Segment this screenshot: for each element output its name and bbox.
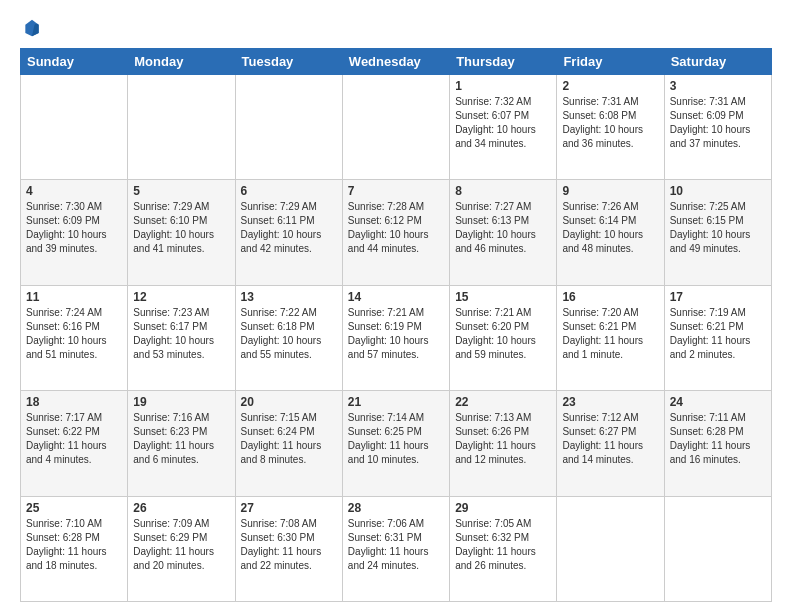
calendar-cell: 26Sunrise: 7:09 AM Sunset: 6:29 PM Dayli… [128, 496, 235, 601]
page: SundayMondayTuesdayWednesdayThursdayFrid… [0, 0, 792, 612]
calendar-cell: 18Sunrise: 7:17 AM Sunset: 6:22 PM Dayli… [21, 391, 128, 496]
calendar-cell: 27Sunrise: 7:08 AM Sunset: 6:30 PM Dayli… [235, 496, 342, 601]
day-number: 10 [670, 184, 766, 198]
calendar-cell: 13Sunrise: 7:22 AM Sunset: 6:18 PM Dayli… [235, 285, 342, 390]
day-info: Sunrise: 7:10 AM Sunset: 6:28 PM Dayligh… [26, 517, 122, 573]
day-info: Sunrise: 7:17 AM Sunset: 6:22 PM Dayligh… [26, 411, 122, 467]
calendar-cell: 23Sunrise: 7:12 AM Sunset: 6:27 PM Dayli… [557, 391, 664, 496]
day-number: 2 [562, 79, 658, 93]
day-info: Sunrise: 7:06 AM Sunset: 6:31 PM Dayligh… [348, 517, 444, 573]
day-number: 29 [455, 501, 551, 515]
calendar-week-0: 1Sunrise: 7:32 AM Sunset: 6:07 PM Daylig… [21, 75, 772, 180]
day-info: Sunrise: 7:16 AM Sunset: 6:23 PM Dayligh… [133, 411, 229, 467]
day-info: Sunrise: 7:05 AM Sunset: 6:32 PM Dayligh… [455, 517, 551, 573]
calendar-cell [128, 75, 235, 180]
calendar-week-3: 18Sunrise: 7:17 AM Sunset: 6:22 PM Dayli… [21, 391, 772, 496]
calendar-cell: 4Sunrise: 7:30 AM Sunset: 6:09 PM Daylig… [21, 180, 128, 285]
day-info: Sunrise: 7:11 AM Sunset: 6:28 PM Dayligh… [670, 411, 766, 467]
day-number: 7 [348, 184, 444, 198]
calendar-cell: 19Sunrise: 7:16 AM Sunset: 6:23 PM Dayli… [128, 391, 235, 496]
header [20, 20, 772, 38]
calendar-cell: 29Sunrise: 7:05 AM Sunset: 6:32 PM Dayli… [450, 496, 557, 601]
day-info: Sunrise: 7:13 AM Sunset: 6:26 PM Dayligh… [455, 411, 551, 467]
day-info: Sunrise: 7:20 AM Sunset: 6:21 PM Dayligh… [562, 306, 658, 362]
day-number: 3 [670, 79, 766, 93]
day-info: Sunrise: 7:23 AM Sunset: 6:17 PM Dayligh… [133, 306, 229, 362]
day-number: 26 [133, 501, 229, 515]
calendar-cell [342, 75, 449, 180]
day-number: 25 [26, 501, 122, 515]
day-number: 15 [455, 290, 551, 304]
day-number: 11 [26, 290, 122, 304]
day-info: Sunrise: 7:19 AM Sunset: 6:21 PM Dayligh… [670, 306, 766, 362]
day-number: 24 [670, 395, 766, 409]
weekday-header-sunday: Sunday [21, 49, 128, 75]
calendar-week-1: 4Sunrise: 7:30 AM Sunset: 6:09 PM Daylig… [21, 180, 772, 285]
day-number: 21 [348, 395, 444, 409]
calendar-cell: 14Sunrise: 7:21 AM Sunset: 6:19 PM Dayli… [342, 285, 449, 390]
calendar-week-2: 11Sunrise: 7:24 AM Sunset: 6:16 PM Dayli… [21, 285, 772, 390]
day-number: 23 [562, 395, 658, 409]
day-number: 9 [562, 184, 658, 198]
weekday-header-saturday: Saturday [664, 49, 771, 75]
day-info: Sunrise: 7:29 AM Sunset: 6:11 PM Dayligh… [241, 200, 337, 256]
logo-icon [22, 18, 42, 38]
calendar-cell: 10Sunrise: 7:25 AM Sunset: 6:15 PM Dayli… [664, 180, 771, 285]
day-info: Sunrise: 7:24 AM Sunset: 6:16 PM Dayligh… [26, 306, 122, 362]
weekday-header-thursday: Thursday [450, 49, 557, 75]
calendar-cell: 3Sunrise: 7:31 AM Sunset: 6:09 PM Daylig… [664, 75, 771, 180]
calendar-cell: 2Sunrise: 7:31 AM Sunset: 6:08 PM Daylig… [557, 75, 664, 180]
day-info: Sunrise: 7:31 AM Sunset: 6:09 PM Dayligh… [670, 95, 766, 151]
day-number: 8 [455, 184, 551, 198]
day-number: 6 [241, 184, 337, 198]
day-info: Sunrise: 7:14 AM Sunset: 6:25 PM Dayligh… [348, 411, 444, 467]
calendar-cell: 5Sunrise: 7:29 AM Sunset: 6:10 PM Daylig… [128, 180, 235, 285]
calendar-cell: 9Sunrise: 7:26 AM Sunset: 6:14 PM Daylig… [557, 180, 664, 285]
day-info: Sunrise: 7:29 AM Sunset: 6:10 PM Dayligh… [133, 200, 229, 256]
day-info: Sunrise: 7:26 AM Sunset: 6:14 PM Dayligh… [562, 200, 658, 256]
calendar-cell: 12Sunrise: 7:23 AM Sunset: 6:17 PM Dayli… [128, 285, 235, 390]
day-info: Sunrise: 7:22 AM Sunset: 6:18 PM Dayligh… [241, 306, 337, 362]
day-number: 13 [241, 290, 337, 304]
calendar-cell: 15Sunrise: 7:21 AM Sunset: 6:20 PM Dayli… [450, 285, 557, 390]
day-info: Sunrise: 7:12 AM Sunset: 6:27 PM Dayligh… [562, 411, 658, 467]
day-info: Sunrise: 7:09 AM Sunset: 6:29 PM Dayligh… [133, 517, 229, 573]
weekday-header-monday: Monday [128, 49, 235, 75]
day-number: 19 [133, 395, 229, 409]
calendar-cell: 24Sunrise: 7:11 AM Sunset: 6:28 PM Dayli… [664, 391, 771, 496]
day-number: 27 [241, 501, 337, 515]
day-number: 5 [133, 184, 229, 198]
weekday-header-wednesday: Wednesday [342, 49, 449, 75]
calendar-cell: 11Sunrise: 7:24 AM Sunset: 6:16 PM Dayli… [21, 285, 128, 390]
calendar-cell [235, 75, 342, 180]
day-number: 4 [26, 184, 122, 198]
day-info: Sunrise: 7:31 AM Sunset: 6:08 PM Dayligh… [562, 95, 658, 151]
weekday-header-tuesday: Tuesday [235, 49, 342, 75]
calendar-cell [664, 496, 771, 601]
day-number: 1 [455, 79, 551, 93]
calendar-cell: 8Sunrise: 7:27 AM Sunset: 6:13 PM Daylig… [450, 180, 557, 285]
calendar-cell: 20Sunrise: 7:15 AM Sunset: 6:24 PM Dayli… [235, 391, 342, 496]
day-number: 20 [241, 395, 337, 409]
day-number: 22 [455, 395, 551, 409]
day-info: Sunrise: 7:21 AM Sunset: 6:19 PM Dayligh… [348, 306, 444, 362]
day-number: 14 [348, 290, 444, 304]
calendar-cell: 7Sunrise: 7:28 AM Sunset: 6:12 PM Daylig… [342, 180, 449, 285]
day-info: Sunrise: 7:15 AM Sunset: 6:24 PM Dayligh… [241, 411, 337, 467]
day-info: Sunrise: 7:32 AM Sunset: 6:07 PM Dayligh… [455, 95, 551, 151]
calendar-table: SundayMondayTuesdayWednesdayThursdayFrid… [20, 48, 772, 602]
calendar-cell: 16Sunrise: 7:20 AM Sunset: 6:21 PM Dayli… [557, 285, 664, 390]
day-info: Sunrise: 7:21 AM Sunset: 6:20 PM Dayligh… [455, 306, 551, 362]
day-info: Sunrise: 7:25 AM Sunset: 6:15 PM Dayligh… [670, 200, 766, 256]
day-info: Sunrise: 7:28 AM Sunset: 6:12 PM Dayligh… [348, 200, 444, 256]
day-info: Sunrise: 7:30 AM Sunset: 6:09 PM Dayligh… [26, 200, 122, 256]
calendar-cell: 25Sunrise: 7:10 AM Sunset: 6:28 PM Dayli… [21, 496, 128, 601]
calendar-cell: 1Sunrise: 7:32 AM Sunset: 6:07 PM Daylig… [450, 75, 557, 180]
day-info: Sunrise: 7:27 AM Sunset: 6:13 PM Dayligh… [455, 200, 551, 256]
calendar-cell: 21Sunrise: 7:14 AM Sunset: 6:25 PM Dayli… [342, 391, 449, 496]
day-number: 18 [26, 395, 122, 409]
calendar-cell [557, 496, 664, 601]
day-number: 17 [670, 290, 766, 304]
day-number: 12 [133, 290, 229, 304]
logo [20, 20, 42, 38]
